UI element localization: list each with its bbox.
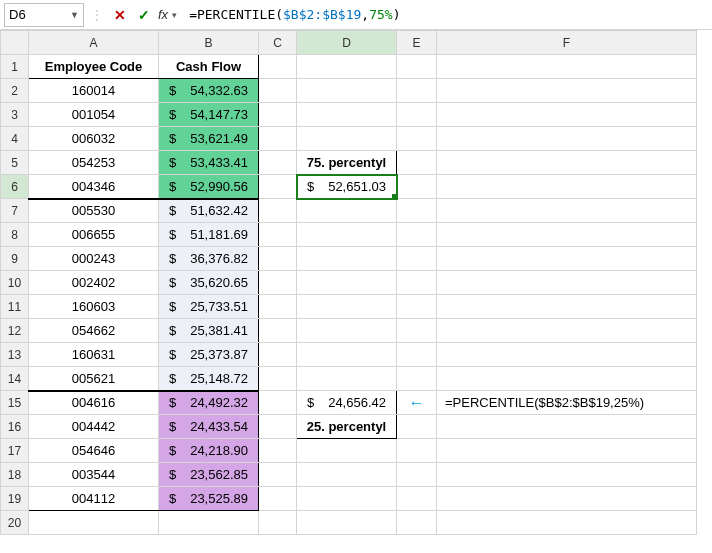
cell-B4[interactable]: $53,621.49 (159, 127, 259, 151)
cell-E20[interactable] (397, 511, 437, 535)
cell-E19[interactable] (397, 487, 437, 511)
cell-B19[interactable]: $23,525.89 (159, 487, 259, 511)
row-header-20[interactable]: 20 (1, 511, 29, 535)
cell-E5[interactable] (397, 151, 437, 175)
cell-B1[interactable]: Cash Flow (159, 55, 259, 79)
cell-C18[interactable] (259, 463, 297, 487)
cell-E17[interactable] (397, 439, 437, 463)
cell-A3[interactable]: 001054 (29, 103, 159, 127)
cell-D9[interactable] (297, 247, 397, 271)
row-header-2[interactable]: 2 (1, 79, 29, 103)
cell-D1[interactable] (297, 55, 397, 79)
cell-A13[interactable]: 160631 (29, 343, 159, 367)
cell-F13[interactable] (437, 343, 697, 367)
cell-F19[interactable] (437, 487, 697, 511)
col-header-A[interactable]: A (29, 31, 159, 55)
cell-D4[interactable] (297, 127, 397, 151)
cell-B17[interactable]: $24,218.90 (159, 439, 259, 463)
cell-D10[interactable] (297, 271, 397, 295)
cell-B7[interactable]: $51,632.42 (159, 199, 259, 223)
col-header-B[interactable]: B (159, 31, 259, 55)
spreadsheet-grid[interactable]: A B C D E F 1Employee CodeCash Flow21600… (0, 30, 712, 535)
cell-E9[interactable] (397, 247, 437, 271)
select-all-corner[interactable] (1, 31, 29, 55)
cell-C13[interactable] (259, 343, 297, 367)
cell-D3[interactable] (297, 103, 397, 127)
cell-C19[interactable] (259, 487, 297, 511)
cell-B14[interactable]: $25,148.72 (159, 367, 259, 391)
cell-F17[interactable] (437, 439, 697, 463)
chevron-down-icon[interactable]: ▾ (172, 10, 177, 20)
cell-B20[interactable] (159, 511, 259, 535)
row-header-13[interactable]: 13 (1, 343, 29, 367)
cell-A19[interactable]: 004112 (29, 487, 159, 511)
cell-D8[interactable] (297, 223, 397, 247)
cell-C16[interactable] (259, 415, 297, 439)
cell-E18[interactable] (397, 463, 437, 487)
cell-A12[interactable]: 054662 (29, 319, 159, 343)
cell-F3[interactable] (437, 103, 697, 127)
row-header-14[interactable]: 14 (1, 367, 29, 391)
row-header-7[interactable]: 7 (1, 199, 29, 223)
formula-input[interactable]: =PERCENTILE($B$2:$B$19,75%) (181, 7, 708, 22)
col-header-D[interactable]: D (297, 31, 397, 55)
cell-D7[interactable] (297, 199, 397, 223)
cell-E6[interactable] (397, 175, 437, 199)
cell-F4[interactable] (437, 127, 697, 151)
cell-A6[interactable]: 004346 (29, 175, 159, 199)
row-header-1[interactable]: 1 (1, 55, 29, 79)
cell-D13[interactable] (297, 343, 397, 367)
cell-D6[interactable]: $52,651.03 (297, 175, 397, 199)
cell-E13[interactable] (397, 343, 437, 367)
cell-F16[interactable] (437, 415, 697, 439)
cell-F20[interactable] (437, 511, 697, 535)
cell-A2[interactable]: 160014 (29, 79, 159, 103)
cell-E12[interactable] (397, 319, 437, 343)
cell-D16[interactable]: 25. percentyl (297, 415, 397, 439)
cell-B12[interactable]: $25,381.41 (159, 319, 259, 343)
row-header-10[interactable]: 10 (1, 271, 29, 295)
cell-F2[interactable] (437, 79, 697, 103)
cell-A1[interactable]: Employee Code (29, 55, 159, 79)
cell-D19[interactable] (297, 487, 397, 511)
cell-C3[interactable] (259, 103, 297, 127)
cell-D12[interactable] (297, 319, 397, 343)
col-header-C[interactable]: C (259, 31, 297, 55)
chevron-down-icon[interactable]: ▼ (70, 10, 79, 20)
cell-B3[interactable]: $54,147.73 (159, 103, 259, 127)
cell-C12[interactable] (259, 319, 297, 343)
cell-B16[interactable]: $24,433.54 (159, 415, 259, 439)
cell-B6[interactable]: $52,990.56 (159, 175, 259, 199)
cell-B2[interactable]: $54,332.63 (159, 79, 259, 103)
row-header-19[interactable]: 19 (1, 487, 29, 511)
cell-F10[interactable] (437, 271, 697, 295)
row-header-4[interactable]: 4 (1, 127, 29, 151)
cell-C2[interactable] (259, 79, 297, 103)
col-header-F[interactable]: F (437, 31, 697, 55)
cell-F15[interactable]: =PERCENTILE($B$2:$B$19,25%) (437, 391, 697, 415)
cell-F6[interactable] (437, 175, 697, 199)
cell-F9[interactable] (437, 247, 697, 271)
cell-E7[interactable] (397, 199, 437, 223)
cell-D20[interactable] (297, 511, 397, 535)
cell-D5[interactable]: 75. percentyl (297, 151, 397, 175)
cell-E10[interactable] (397, 271, 437, 295)
cell-C17[interactable] (259, 439, 297, 463)
cell-B15[interactable]: $24,492.32 (159, 391, 259, 415)
cell-D18[interactable] (297, 463, 397, 487)
cell-D11[interactable] (297, 295, 397, 319)
cell-A7[interactable]: 005530 (29, 199, 159, 223)
cell-B10[interactable]: $35,620.65 (159, 271, 259, 295)
row-header-8[interactable]: 8 (1, 223, 29, 247)
row-header-9[interactable]: 9 (1, 247, 29, 271)
cell-A14[interactable]: 005621 (29, 367, 159, 391)
cell-F11[interactable] (437, 295, 697, 319)
cell-D2[interactable] (297, 79, 397, 103)
cell-B18[interactable]: $23,562.85 (159, 463, 259, 487)
row-header-6[interactable]: 6 (1, 175, 29, 199)
row-header-15[interactable]: 15 (1, 391, 29, 415)
cell-A11[interactable]: 160603 (29, 295, 159, 319)
row-header-12[interactable]: 12 (1, 319, 29, 343)
cell-E16[interactable] (397, 415, 437, 439)
cell-E3[interactable] (397, 103, 437, 127)
